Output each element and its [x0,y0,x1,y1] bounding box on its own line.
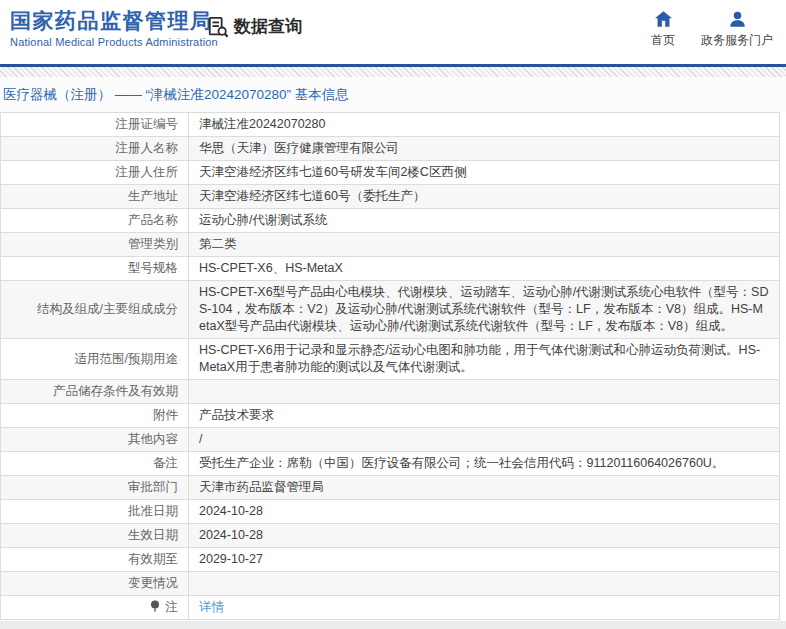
table-row: 注册人住所天津空港经济区纬七道60号研发车间2楼C区西侧 [1,161,780,185]
field-value-text: / [199,432,202,446]
field-label: 生效日期 [1,524,189,548]
breadcrumb: 医疗器械（注册） —— “津械注准20242070280” 基本信息 [0,77,786,112]
table-row: 审批部门天津市药品监督管理局 [1,476,780,500]
breadcrumb-text: 医疗器械（注册） —— “津械注准20242070280” 基本信息 [3,86,349,104]
field-label-text: 生效日期 [128,528,178,542]
home-icon [655,11,672,27]
gov-portal-nav[interactable]: 政务服务门户 [701,11,773,49]
detail-link[interactable]: 详情 [199,600,224,614]
field-label: 审批部门 [1,476,189,500]
field-value: 天津市药品监督管理局 [189,476,780,500]
field-label-text: 适用范围/预期用途 [75,352,178,366]
field-value-text: 华思（天津）医疗健康管理有限公司 [199,141,399,155]
field-label-text: 产品储存条件及有效期 [53,384,178,398]
field-label-text: 备注 [153,456,178,470]
site-title: 国家药品监督管理局 [10,9,218,33]
field-label-text: 批准日期 [128,504,178,518]
field-value-text: 2024-10-28 [199,528,263,542]
field-value: HS-CPET-X6用于记录和显示静态/运动心电图和肺功能，用于气体代谢测试和心… [189,339,780,380]
field-value-text: 2024-10-28 [199,504,263,518]
table-row: 批准日期2024-10-28 [1,500,780,524]
table-row: 注详情 [1,596,780,620]
field-label-text: 审批部门 [128,480,178,494]
field-value: / [189,428,780,452]
table-row: 其他内容/ [1,428,780,452]
field-label: 有效期至 [1,548,189,572]
data-query-nav[interactable]: 数据查询 [207,15,302,38]
table-row: 有效期至2029-10-27 [1,548,780,572]
field-value: 产品技术要求 [189,404,780,428]
field-label: 变更情况 [1,572,189,596]
field-value: 运动心肺/代谢测试系统 [189,209,780,233]
field-label: 其他内容 [1,428,189,452]
table-row: 变更情况 [1,572,780,596]
field-label-text: 附件 [153,408,178,422]
field-value-text: 第二类 [199,237,237,251]
nmpa-logo: 国家药品监督管理局 National Medical Products Admi… [10,9,218,48]
field-value-text: HS-CPET-X6型号产品由心电模块、代谢模块、运动踏车、运动心肺/代谢测试系… [199,285,768,333]
field-label: 注册人名称 [1,137,189,161]
field-label-text: 管理类别 [128,237,178,251]
field-value: 天津空港经济区纬七道60号研发车间2楼C区西侧 [189,161,780,185]
field-label: 备注 [1,452,189,476]
field-label: 注册证编号 [1,113,189,137]
field-value: 第二类 [189,233,780,257]
field-label: 注册人住所 [1,161,189,185]
field-value: 津械注准20242070280 [189,113,780,137]
field-value-text: 津械注准20242070280 [199,117,325,131]
field-value-text: 天津空港经济区纬七道60号（委托生产） [199,189,425,203]
table-row: 生效日期2024-10-28 [1,524,780,548]
table-row: 型号规格HS-CPET-X6、HS-MetaX [1,257,780,281]
field-value [189,380,780,404]
table-row: 结构及组成/主要组成成分HS-CPET-X6型号产品由心电模块、代谢模块、运动踏… [1,281,780,339]
table-row: 注册证编号津械注准20242070280 [1,113,780,137]
hatched-band [0,67,786,77]
table-row: 备注受托生产企业：席勒（中国）医疗设备有限公司；统一社会信用代码：9112011… [1,452,780,476]
field-value-text: 天津空港经济区纬七道60号研发车间2楼C区西侧 [199,165,466,179]
home-nav[interactable]: 首页 [651,11,675,49]
field-label-text: 产品名称 [128,213,178,227]
field-label-text: 注册人住所 [116,165,179,179]
field-label: 适用范围/预期用途 [1,339,189,380]
field-value: 受托生产企业：席勒（中国）医疗设备有限公司；统一社会信用代码：911201160… [189,452,780,476]
field-label: 结构及组成/主要组成成分 [1,281,189,339]
field-value: HS-CPET-X6型号产品由心电模块、代谢模块、运动踏车、运动心肺/代谢测试系… [189,281,780,339]
field-value: 2029-10-27 [189,548,780,572]
field-label: 附件 [1,404,189,428]
field-label: 产品储存条件及有效期 [1,380,189,404]
table-row: 生产地址天津空港经济区纬七道60号（委托生产） [1,185,780,209]
user-icon [729,11,746,27]
field-value-text: 受托生产企业：席勒（中国）医疗设备有限公司；统一社会信用代码：911201160… [199,456,724,470]
field-label-text: 型号规格 [128,261,178,275]
field-value: 华思（天津）医疗健康管理有限公司 [189,137,780,161]
field-label-text: 生产地址 [128,189,178,203]
field-label-text: 注册证编号 [116,117,179,131]
field-value-text: HS-CPET-X6用于记录和显示静态/运动心电图和肺功能，用于气体代谢测试和心… [199,343,760,374]
field-label-text: 其他内容 [128,432,178,446]
note-balloon-icon [150,600,160,612]
field-value: 详情 [189,596,780,620]
field-label: 批准日期 [1,500,189,524]
field-value-text: 运动心肺/代谢测试系统 [199,213,327,227]
gov-portal-label: 政务服务门户 [701,32,773,49]
table-row: 附件产品技术要求 [1,404,780,428]
field-label: 产品名称 [1,209,189,233]
table-row: 产品名称运动心肺/代谢测试系统 [1,209,780,233]
document-search-icon [207,16,229,38]
field-value: 2024-10-28 [189,524,780,548]
table-row: 管理类别第二类 [1,233,780,257]
field-label-text: 注 [166,600,179,614]
field-label-text: 变更情况 [128,576,178,590]
field-value-text: HS-CPET-X6、HS-MetaX [199,261,343,275]
table-row: 注册人名称华思（天津）医疗健康管理有限公司 [1,137,780,161]
field-value-text: 2029-10-27 [199,552,263,566]
registration-info-table: 注册证编号津械注准20242070280注册人名称华思（天津）医疗健康管理有限公… [0,112,780,620]
field-value-text: 产品技术要求 [199,408,274,422]
field-value [189,572,780,596]
field-label: 生产地址 [1,185,189,209]
field-label-text: 注册人名称 [116,141,179,155]
field-value-text: 天津市药品监督管理局 [199,480,324,494]
field-label: 型号规格 [1,257,189,281]
field-label: 管理类别 [1,233,189,257]
footer-strip [0,621,786,629]
